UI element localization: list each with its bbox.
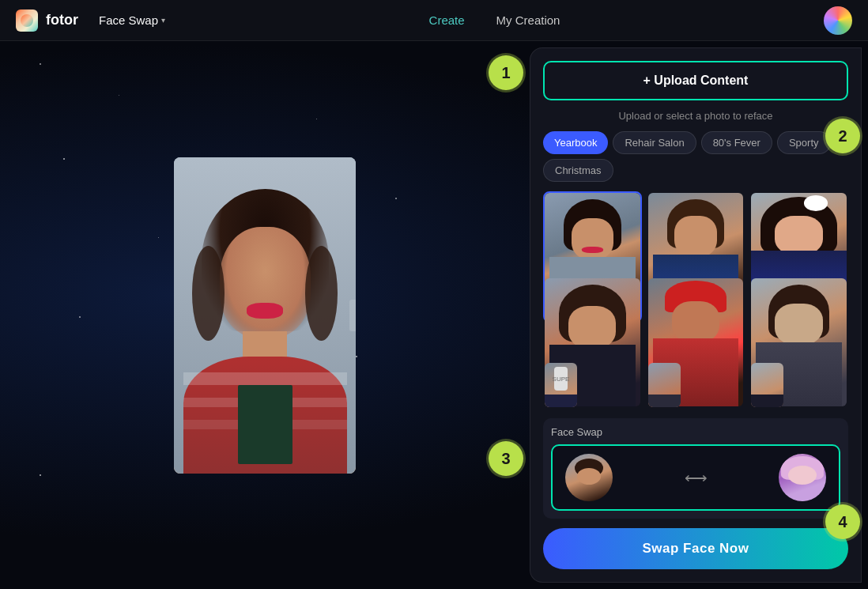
grid-item-9[interactable] [749,361,785,409]
step-badge-2: 2 [825,119,860,153]
photo-frame: ⋮ [174,157,356,474]
grid-photo-9 [751,363,783,409]
face-swap-nav[interactable]: Face Swap ▾ [99,13,165,27]
category-tabs: Yearbook Rehair Salon 80's Fever Sporty … [543,131,848,182]
upload-hint-text: Upload or select a photo to reface [543,110,848,122]
fotor-logo-icon [16,9,38,32]
image-grid: SUPE [543,191,848,409]
logo-area: fotor Face Swap ▾ [16,9,165,32]
face-swap-nav-label: Face Swap [99,13,158,27]
profile-orb[interactable] [824,6,852,35]
header: fotor Face Swap ▾ Create My Creation [0,0,868,41]
left-panel: ⋮ [0,41,530,589]
header-center: Create My Creation [165,13,824,27]
face-swap-section-label: Face Swap [551,426,840,438]
nav-create[interactable]: Create [429,13,465,27]
grid-item-7[interactable]: SUPE [543,361,579,409]
upload-content-button[interactable]: + Upload Content [543,61,848,100]
nav-my-creation[interactable]: My Creation [496,13,560,27]
grid-photo-7: SUPE [545,363,577,409]
grid-item-8[interactable] [647,361,682,409]
swap-arrow-icon: ⟷ [685,468,708,487]
grid-photo-8 [648,363,681,409]
face-target-avatar [779,454,826,501]
drag-handle[interactable]: ⋮ [349,300,356,331]
main-content: ⋮ + Upload Content Upload or select a ph… [0,41,868,589]
right-panel: + Upload Content Upload or select a phot… [530,47,862,583]
step-badge-4: 4 [825,504,860,539]
tab-80s-fever[interactable]: 80's Fever [701,131,772,154]
svg-point-0 [21,14,33,27]
photo-simulation [174,157,356,474]
header-right [824,6,852,35]
step-badge-3: 3 [489,441,523,476]
tab-sporty[interactable]: Sporty [777,131,831,154]
swap-face-now-button[interactable]: Swap Face Now [543,528,848,569]
tab-rehair-salon[interactable]: Rehair Salon [613,131,696,154]
step-badge-1: 1 [489,55,523,90]
app-container: 1 2 3 4 fotor Face Swap [0,0,868,589]
face-source-avatar [565,454,613,501]
face-swap-preview: ⟷ [551,444,840,511]
face-swap-section: Face Swap ⟷ [543,418,848,519]
logo-text: fotor [46,12,78,28]
tab-christmas[interactable]: Christmas [543,159,613,182]
tab-yearbook[interactable]: Yearbook [543,131,608,154]
